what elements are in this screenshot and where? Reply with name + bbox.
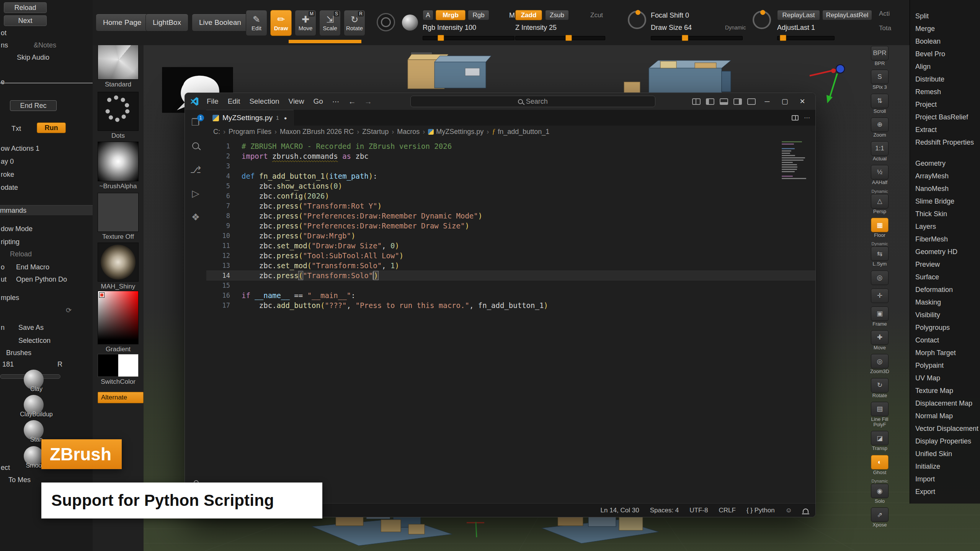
- rgb-button[interactable]: Rgb: [468, 10, 489, 20]
- move-tool-button[interactable]: ✚MoveM: [295, 10, 316, 36]
- shelf-item-spix-3[interactable]: SSPix 3: [871, 70, 889, 90]
- panel-right-icon[interactable]: [731, 96, 744, 107]
- menu-item-arraymesh[interactable]: ArrayMesh: [910, 170, 980, 183]
- menu-item-normal-map[interactable]: Normal Map: [910, 410, 980, 422]
- draw-size-slider[interactable]: [651, 36, 743, 40]
- shelf-item-icon[interactable]: ◎: [871, 271, 889, 285]
- menu-item-split[interactable]: Split: [910, 10, 980, 23]
- z-intensity-slider-label[interactable]: Z Intensity 25: [515, 24, 557, 32]
- material-preview-icon[interactable]: [402, 15, 418, 31]
- menu-item-export[interactable]: Export: [910, 486, 980, 498]
- code-line-10[interactable]: 10 zbc.press("Draw:Mrgb"): [206, 231, 815, 241]
- search-input[interactable]: Search: [410, 96, 655, 107]
- minimap[interactable]: [782, 140, 809, 179]
- run-debug-icon[interactable]: ▷: [189, 187, 203, 199]
- tota-label-cut[interactable]: Tota: [879, 24, 891, 32]
- gradient-thumbnail[interactable]: [98, 291, 139, 344]
- shelf-item-zoom3d[interactable]: ◎Zoom3D: [870, 354, 889, 374]
- status-spaces[interactable]: Spaces: 4: [650, 507, 679, 514]
- menu-item-preview[interactable]: Preview: [910, 258, 980, 271]
- frame-icon[interactable]: ▣: [871, 306, 889, 321]
- source-control-icon[interactable]: ⎇: [189, 163, 203, 176]
- menubar-item-selection[interactable]: Selection: [245, 96, 283, 108]
- menubar-item-go[interactable]: Go: [309, 96, 327, 108]
- menu-item-distribute[interactable]: Distribute: [910, 73, 980, 86]
- menu-item-align[interactable]: Align: [910, 60, 980, 73]
- l-sym-icon[interactable]: ⇆: [871, 246, 889, 261]
- panel-left-icon[interactable]: [704, 96, 717, 107]
- shelf-icon[interactable]: ◎: [871, 271, 889, 285]
- menu-item-uv-map[interactable]: UV Map: [910, 372, 980, 385]
- code-line-11[interactable]: 11 zbc.set_mod("Draw:Draw Size", 0): [206, 241, 815, 251]
- replay-dial-icon[interactable]: [753, 11, 771, 29]
- adjust-last-slider-label[interactable]: AdjustLast 1: [777, 24, 815, 32]
- menu-item-fibermesh[interactable]: FiberMesh: [910, 233, 980, 246]
- menu-item-geometry-hd[interactable]: Geometry HD: [910, 246, 980, 258]
- draw-tool-button[interactable]: ✏Draw: [270, 10, 292, 36]
- edit-tool-button[interactable]: ✎Edit: [246, 10, 267, 36]
- z-intensity-slider[interactable]: [515, 36, 605, 40]
- rgb-intensity-slider[interactable]: [423, 36, 514, 40]
- menubar-item-edit[interactable]: Edit: [224, 96, 245, 108]
- menu-item-slime-bridge[interactable]: Slime Bridge: [910, 195, 980, 208]
- brush-slot-texture-off[interactable]: Texture Off: [98, 193, 139, 241]
- breadcrumb-item-myzsettings-py[interactable]: MyZSettings.py: [428, 128, 483, 136]
- extensions-icon[interactable]: ❖: [189, 211, 203, 223]
- editor-more-icon[interactable]: ⋯: [804, 114, 810, 121]
- shelf-item-floor[interactable]: ▦Floor: [871, 218, 889, 238]
- dots-thumbnail[interactable]: [98, 92, 139, 131]
- floor-icon[interactable]: ▦: [871, 218, 889, 232]
- shelf-item-rotate[interactable]: ↻Rotate: [871, 378, 889, 398]
- feedback-smiley-icon[interactable]: ☺: [786, 507, 792, 514]
- toggle-columns-icon[interactable]: [690, 96, 703, 107]
- live-boolean-button[interactable]: Live Boolean: [192, 14, 248, 31]
- code-line-12[interactable]: 12 zbc.press("Tool:SubTool:All Low"): [206, 251, 815, 261]
- home-page-button[interactable]: Home Page: [96, 14, 149, 31]
- menu-item-bevel-pro[interactable]: Bevel Pro: [910, 48, 980, 60]
- menu-item-masking[interactable]: Masking: [910, 296, 980, 309]
- menu-item-visibility[interactable]: Visibility: [910, 309, 980, 321]
- code-line-15[interactable]: 15: [206, 280, 815, 290]
- menu-item-merge[interactable]: Merge: [910, 23, 980, 35]
- notifications-bell-icon[interactable]: [803, 509, 808, 513]
- shelf-item-line-fill-polyf[interactable]: ▤Line Fill PolyF: [867, 402, 893, 428]
- slider-handle[interactable]: [565, 35, 572, 41]
- lightbox-button[interactable]: LightBox: [145, 14, 188, 31]
- menu-item-polygroups[interactable]: Polygroups: [910, 321, 980, 334]
- zcut-label[interactable]: Zcut: [590, 11, 603, 19]
- rotate-tool-button[interactable]: ↻RotateR: [344, 10, 365, 36]
- status-eol[interactable]: CRLF: [719, 507, 735, 514]
- breadcrumb-item-c[interactable]: C:: [213, 128, 220, 136]
- code-line-4[interactable]: 4def fn_add_button_1(item_path):: [206, 171, 815, 181]
- status-language[interactable]: { } Python: [746, 507, 775, 514]
- modified-dot-icon[interactable]: ●: [284, 115, 287, 121]
- maximize-button[interactable]: ▢: [776, 95, 793, 108]
- shelf-item-xpose[interactable]: ⇗Xpose: [871, 507, 889, 528]
- nav-back-icon[interactable]: ←: [345, 97, 360, 106]
- replay-last-rel-button[interactable]: ReplayLastRel: [822, 10, 872, 20]
- menu-item-contact[interactable]: Contact: [910, 334, 980, 347]
- brush-slot-dots[interactable]: Dots: [98, 92, 139, 140]
- focal-shift-dial-icon[interactable]: [628, 11, 646, 29]
- status-line-col[interactable]: Ln 14, Col 30: [601, 507, 639, 514]
- brush-slot-standard[interactable]: Standard: [98, 40, 139, 88]
- split-editor-icon[interactable]: [792, 115, 799, 121]
- explorer-icon[interactable]: ❐1: [189, 116, 203, 128]
- texture-off-thumbnail[interactable]: [98, 193, 139, 232]
- code-line-2[interactable]: 2import zbrush.commands as zbc: [206, 151, 815, 161]
- menu-item-texture-map[interactable]: Texture Map: [910, 385, 980, 397]
- shelf-item-aahalf[interactable]: ½AAHalf: [871, 165, 889, 185]
- shelf-item-move[interactable]: ✚Move: [871, 330, 889, 350]
- stroke-preview-icon[interactable]: [377, 13, 395, 31]
- menubar-item-item[interactable]: ⋯: [328, 96, 344, 108]
- panel-bottom-icon[interactable]: [717, 96, 730, 107]
- code-line-16[interactable]: 16if __name__ == "__main__":: [206, 290, 815, 300]
- rgb-intensity-slider-label[interactable]: Rgb Intensity 100: [423, 24, 476, 32]
- nav-forward-icon[interactable]: →: [361, 97, 376, 106]
- mrgb-button[interactable]: Mrgb: [436, 10, 466, 20]
- breadcrumb-item-maxon-zbrush-2026-rc[interactable]: Maxon ZBrush 2026 RC: [280, 128, 354, 136]
- menu-item-project[interactable]: Project: [910, 98, 980, 111]
- status-encoding[interactable]: UTF-8: [689, 507, 708, 514]
- breadcrumb-item-program-files[interactable]: Program Files: [229, 128, 271, 136]
- shelf-item-icon[interactable]: ✛: [871, 289, 889, 303]
